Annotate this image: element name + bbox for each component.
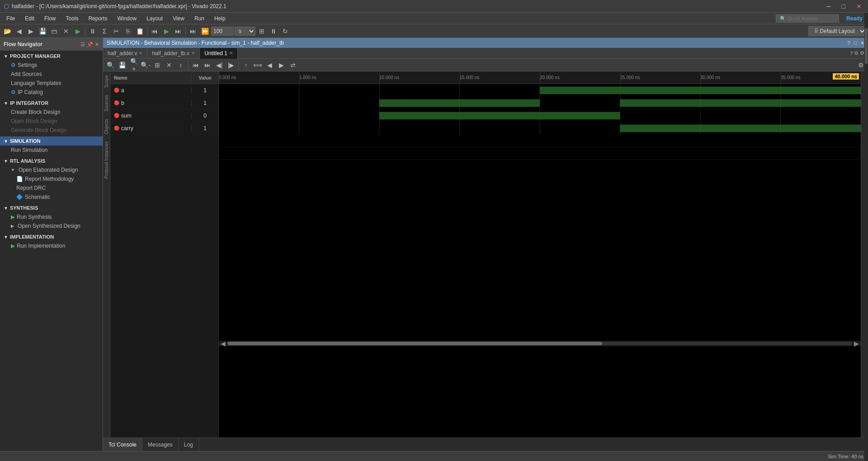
quick-access-input[interactable] (776, 14, 839, 23)
menu-window[interactable]: Window (113, 14, 141, 23)
sim-apply-button[interactable]: ⊞ (256, 26, 267, 37)
maximize-button[interactable]: □ (839, 2, 848, 11)
nav-settings[interactable]: ⚙ Settings (0, 61, 103, 70)
section-synthesis-header[interactable]: ▼ SYNTHESIS (0, 203, 103, 212)
nav-ip-catalog[interactable]: ⚙ IP Catalog (0, 88, 103, 97)
tab-half-adder-tb-v[interactable]: half_adder_tb.v ✕ (147, 48, 200, 59)
open-project-button[interactable]: 📂 (2, 26, 13, 37)
nav-create-block-design[interactable]: Create Block Design (0, 108, 103, 117)
wave-scroll-right[interactable]: ▶ (852, 340, 861, 347)
menu-flow[interactable]: Flow (40, 14, 60, 23)
nav-report-methodology[interactable]: 📄 Report Methodology (0, 174, 103, 183)
nav-open-elaborated-design[interactable]: ▼ Open Elaborated Design (0, 165, 103, 174)
tab-untitled-1-close[interactable]: ✕ (229, 51, 233, 56)
wave-prev-marker-button[interactable]: ◀ (264, 60, 275, 71)
wave-swap-button[interactable]: ⇄ (288, 60, 298, 71)
save-all-button[interactable]: 🗃 (49, 26, 60, 37)
wave-scrollbar-thumb[interactable] (227, 342, 602, 345)
menu-view[interactable]: View (168, 14, 189, 23)
nav-language-templates[interactable]: Language Templates (0, 79, 103, 88)
menu-edit[interactable]: Edit (20, 14, 39, 23)
copy-button[interactable]: ⎘ (123, 26, 133, 37)
wave-canvas-area[interactable]: 40.000 ns 0.000 ns5.000 ns10.000 ns15.00… (219, 71, 861, 437)
sim-time-input[interactable] (211, 27, 234, 36)
wave-search-button[interactable]: 🔍 (105, 60, 116, 71)
wave-add-marker-button[interactable]: ↑ (241, 60, 251, 71)
menu-file[interactable]: File (2, 14, 19, 23)
tab-half-adder-v[interactable]: half_adder.v ✕ (103, 48, 147, 59)
wave-help-button[interactable]: ? (850, 50, 853, 56)
wave-zoom-out-button[interactable]: 🔍- (140, 60, 151, 71)
menu-run[interactable]: Run (190, 14, 209, 23)
wave-next-edge-button[interactable]: |▶ (226, 60, 236, 71)
wave-marker-button[interactable]: ↕ (175, 60, 186, 71)
vtab-protocol-instances[interactable]: Protocol Instances (103, 138, 110, 182)
wave-goto-end-button[interactable]: ⏭ (202, 60, 213, 71)
paste-button[interactable]: 📋 (134, 26, 145, 37)
nav-run-synthesis[interactable]: ▶ Run Synthesis (0, 212, 103, 221)
vtab-scope[interactable]: Scope (103, 71, 110, 91)
flow-nav-close-button[interactable]: ✕ (95, 42, 99, 47)
wave-detach-button[interactable]: ⧉ (854, 50, 858, 56)
sim-run-button[interactable]: ▶ (161, 26, 172, 37)
wave-zoom-in-button[interactable]: 🔍+ (128, 60, 139, 71)
tab-half-adder-tb-v-close[interactable]: ✕ (191, 51, 195, 56)
wave-save-button[interactable]: 💾 (117, 60, 127, 71)
signal-row-b[interactable]: 🔴 b 1 (110, 97, 218, 109)
sim-step-button[interactable]: ⏭ (173, 26, 184, 37)
wave-next-marker-button[interactable]: ▶ (276, 60, 287, 71)
run-button[interactable]: ▶ (72, 26, 83, 37)
section-implementation-header[interactable]: ▼ IMPLEMENTATION (0, 232, 103, 241)
wave-goto-start-button[interactable]: ⏮ (190, 60, 201, 71)
wave-scrollbar-track[interactable] (227, 342, 852, 345)
menu-help[interactable]: Help (210, 14, 230, 23)
nav-open-synthesized-design[interactable]: ▶ Open Synthesized Design (0, 221, 103, 230)
vtab-sources[interactable]: Sources (103, 91, 110, 115)
minimize-button[interactable]: ─ (824, 2, 834, 11)
close-button[interactable]: ✕ (854, 2, 864, 11)
pause-button[interactable]: ⏸ (87, 26, 98, 37)
bottom-tab-log[interactable]: Log (179, 438, 199, 451)
sim-pause2-button[interactable]: ⏸ (268, 26, 279, 37)
wave-prev-edge-button[interactable]: ◀| (214, 60, 225, 71)
section-rtl-analysis-header[interactable]: ▼ RTL ANALYSIS (0, 156, 103, 165)
nav-run-implementation[interactable]: ▶ Run Implementation (0, 241, 103, 250)
redo-button[interactable]: ▶ (25, 26, 36, 37)
sim-maximize-button[interactable]: □ (854, 40, 857, 46)
cut-button[interactable]: ✂ (111, 26, 122, 37)
nav-report-drc[interactable]: Report DRC (0, 183, 103, 193)
menu-layout[interactable]: Layout (142, 14, 167, 23)
undo-button[interactable]: ◀ (14, 26, 24, 37)
sim-forward-button[interactable]: ⏩ (199, 26, 210, 37)
sim-help-button[interactable]: ? (847, 40, 850, 46)
save-button[interactable]: 💾 (37, 26, 48, 37)
menu-tools[interactable]: Tools (61, 14, 83, 23)
nav-schematic[interactable]: 🔷 Schematic (0, 193, 103, 202)
sim-time-unit-select[interactable]: smsusns (235, 27, 255, 36)
sim-restart-button[interactable]: ⏮ (149, 26, 160, 37)
wave-settings-button[interactable]: ⚙ (860, 50, 864, 56)
menu-reports[interactable]: Reports (84, 14, 112, 23)
sim-close-button[interactable]: ✕ (860, 40, 864, 46)
sigma-button[interactable]: Σ (99, 26, 110, 37)
delete-button[interactable]: ✕ (61, 26, 71, 37)
nav-add-sources[interactable]: Add Sources (0, 70, 103, 79)
bottom-tab-messages[interactable]: Messages (142, 438, 179, 451)
bottom-tab-tcl-console[interactable]: Tcl Console (103, 438, 142, 451)
signal-row-sum[interactable]: 🔴 sum 0 (110, 109, 218, 122)
tab-untitled-1[interactable]: Untitled 1 ✕ (200, 48, 238, 59)
tab-half-adder-v-close[interactable]: ✕ (139, 51, 142, 56)
sim-jump-button[interactable]: ⏭ (188, 26, 198, 37)
sim-repeat-button[interactable]: ↻ (280, 26, 291, 37)
layout-select[interactable]: ⠿ Default Layout (808, 26, 866, 36)
section-ip-integrator-header[interactable]: ▼ IP INTEGRATOR (0, 99, 103, 108)
flow-nav-pin-button[interactable]: 📌 (87, 42, 93, 47)
vtab-objects[interactable]: Objects (103, 115, 110, 138)
wave-fit-button[interactable]: ⊞ (152, 60, 163, 71)
signal-row-carry[interactable]: 🔴 carry 1 (110, 122, 218, 135)
signal-row-a[interactable]: 🔴 a 1 (110, 84, 218, 97)
section-simulation-header[interactable]: ▼ SIMULATION (0, 136, 103, 146)
section-project-manager-header[interactable]: ▼ PROJECT MANAGER (0, 52, 103, 61)
wave-align-button[interactable]: ⟺ (252, 60, 263, 71)
nav-run-simulation[interactable]: Run Simulation (0, 146, 103, 155)
